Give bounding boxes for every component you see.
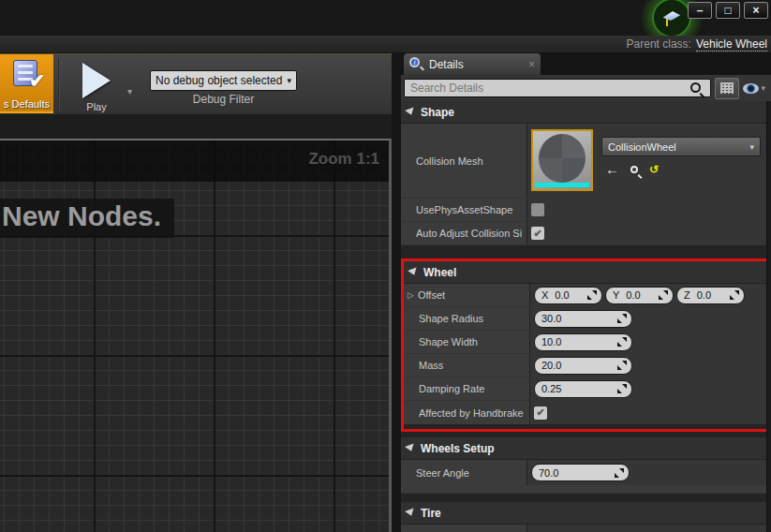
auto-adjust-collision-label: Auto Adjust Collision Si	[401, 222, 527, 244]
section-gap	[401, 494, 771, 502]
mass-label: Mass	[404, 354, 530, 377]
drag-spinner-icon[interactable]	[617, 361, 627, 370]
section-title-shape: Shape	[421, 106, 454, 119]
shape-radius-field[interactable]: 30.0	[534, 310, 632, 328]
blueprint-toolbar: ✔ s Defaults Play ▾ No debug object sele…	[0, 53, 392, 114]
graph-watermark: New Nodes.	[0, 199, 174, 238]
toolbar-substrip	[0, 114, 392, 139]
collapse-triangle-icon	[405, 444, 416, 453]
shape-width-label: Shape Width	[404, 331, 530, 353]
search-input[interactable]	[405, 80, 710, 96]
steer-angle-value: 70.0	[539, 467, 558, 479]
collapse-triangle-icon	[405, 509, 416, 518]
play-icon	[82, 63, 111, 98]
play-button[interactable]: Play	[67, 56, 126, 112]
property-row-use-phys-asset-shape: UsePhysAssetShape	[401, 199, 771, 222]
section-title-tire: Tire	[421, 507, 441, 520]
parent-class-link[interactable]: Vehicle Wheel	[696, 37, 767, 52]
use-selected-asset-icon[interactable]: ←	[605, 162, 619, 176]
asset-type-strip	[535, 183, 589, 187]
details-scrollbar[interactable]	[766, 101, 771, 532]
class-defaults-label: s Defaults	[4, 98, 50, 110]
toolbar-separator	[58, 58, 60, 111]
drag-spinner-icon[interactable]	[659, 290, 668, 300]
offset-x-field[interactable]: X 0.0	[534, 287, 602, 304]
view-options-button[interactable]: ▾	[743, 83, 767, 94]
section-header-shape[interactable]: Shape	[401, 101, 771, 124]
maximize-button[interactable]: □	[716, 2, 740, 19]
class-defaults-button[interactable]: ✔ s Defaults	[0, 54, 53, 113]
tab-close-icon[interactable]: ×	[528, 58, 535, 71]
collapse-triangle-icon	[405, 108, 416, 117]
details-tab-icon: i	[409, 57, 423, 71]
property-row-affected-by-handbrake: Affected by Handbrake	[404, 401, 768, 424]
graduation-cap-icon	[662, 8, 681, 27]
property-row-steer-angle: Steer Angle 70.0	[401, 460, 771, 494]
property-row-collision-mesh: Collision Mesh CollisionWheel ▾	[401, 124, 771, 199]
shape-width-field[interactable]: 10.0	[534, 333, 632, 351]
drag-spinner-icon[interactable]	[587, 290, 597, 300]
shape-width-value: 10.0	[541, 336, 561, 347]
collision-mesh-thumbnail[interactable]	[531, 129, 593, 191]
property-row-mass: Mass 20.0	[404, 354, 768, 377]
offset-y-value: 0.0	[626, 289, 640, 301]
steer-angle-field[interactable]: 70.0	[531, 464, 630, 481]
section-title-wheels-setup: Wheels Setup	[421, 442, 495, 455]
property-row-auto-adjust-collision: Auto Adjust Collision Si	[401, 222, 771, 245]
affected-by-handbrake-checkbox[interactable]	[534, 406, 547, 420]
drag-spinner-icon[interactable]	[617, 384, 627, 393]
offset-label: Offset	[418, 289, 445, 301]
close-button[interactable]: ×	[744, 2, 768, 19]
window-title-bar: – □ ×	[0, 0, 771, 36]
tutorial-icon[interactable]	[652, 0, 691, 37]
wheel-mesh-preview	[539, 134, 586, 183]
debug-dropdown-chevron-icon: ▾	[287, 76, 291, 85]
grid-icon	[720, 82, 734, 94]
steer-angle-label: Steer Angle	[401, 460, 527, 485]
browse-asset-icon[interactable]	[630, 166, 638, 173]
collision-mesh-label: Collision Mesh	[401, 124, 527, 198]
property-matrix-button[interactable]	[715, 78, 739, 99]
damping-rate-field[interactable]: 0.25	[534, 380, 632, 398]
collapse-triangle-icon	[408, 268, 419, 277]
minimize-button[interactable]: –	[688, 2, 712, 19]
section-header-wheels-setup[interactable]: Wheels Setup	[401, 437, 771, 460]
asset-dropdown-chevron-icon: ▾	[749, 142, 754, 152]
offset-y-field[interactable]: Y 0.0	[605, 287, 674, 304]
property-row-damping-rate: Damping Rate 0.25	[404, 377, 768, 401]
auto-adjust-collision-checkbox[interactable]	[531, 227, 544, 240]
drag-spinner-icon[interactable]	[730, 290, 739, 300]
use-phys-asset-shape-label: UsePhysAssetShape	[401, 199, 527, 221]
reset-to-default-icon[interactable]: ↺	[649, 164, 659, 175]
axis-y-label: Y	[613, 289, 619, 301]
property-row-offset: ▷ Offset X 0.0 Y 0.0	[404, 284, 768, 307]
offset-z-field[interactable]: Z 0.0	[676, 287, 745, 304]
play-options-chevron-icon[interactable]: ▾	[127, 86, 132, 96]
collision-mesh-asset-name: CollisionWheel	[608, 141, 749, 153]
debug-object-dropdown[interactable]: No debug object selected ▾	[150, 70, 297, 91]
details-panel: i Details × ▾	[401, 53, 771, 532]
details-search-row: ▾	[401, 75, 771, 101]
debug-filter-label: Debug Filter	[150, 93, 297, 106]
graph-zoom-level: Zoom 1:1	[308, 150, 379, 169]
drag-spinner-icon[interactable]	[615, 468, 624, 478]
offset-expander-icon[interactable]: ▷	[408, 290, 414, 300]
mass-field[interactable]: 20.0	[534, 357, 632, 375]
details-property-list: Shape Collision Mesh CollisionWheel ▾	[401, 101, 771, 532]
tab-details[interactable]: i Details ×	[404, 53, 541, 75]
search-box	[404, 79, 711, 97]
axis-z-label: Z	[684, 289, 690, 301]
section-header-wheel[interactable]: Wheel	[404, 261, 768, 284]
blueprint-graph-canvas[interactable]: Zoom 1:1 New Nodes.	[0, 139, 392, 532]
parent-class-bar: Parent class: Vehicle Wheel	[0, 36, 771, 53]
drag-spinner-icon[interactable]	[617, 337, 627, 347]
property-row-tire-partial	[401, 525, 771, 532]
eye-icon	[743, 83, 759, 94]
drag-spinner-icon[interactable]	[617, 314, 627, 323]
tutorial-highlight-box: Wheel ▷ Offset X 0.0	[401, 259, 771, 432]
use-phys-asset-shape-checkbox[interactable]	[531, 203, 544, 216]
collision-mesh-dropdown[interactable]: CollisionWheel ▾	[601, 137, 761, 156]
section-header-tire[interactable]: Tire	[401, 502, 771, 525]
details-tab-bar: i Details ×	[401, 53, 771, 75]
panel-splitter[interactable]	[392, 53, 401, 532]
